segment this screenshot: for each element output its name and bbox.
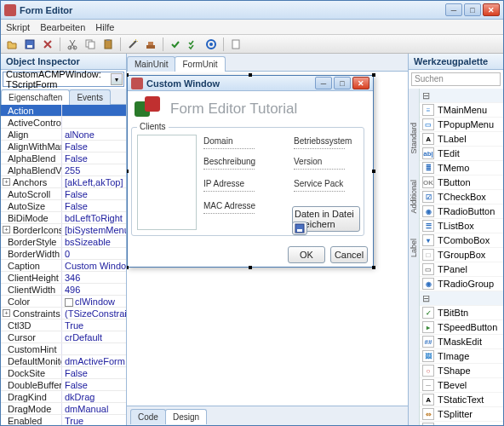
palette-item[interactable]: ◉TRadioButton: [420, 204, 503, 219]
property-row[interactable]: AlphaBlendValue255: [1, 164, 126, 176]
property-value[interactable]: 0: [62, 248, 126, 259]
property-row[interactable]: ColorclWindow: [1, 296, 126, 308]
custom-window-form[interactable]: Custom Window ─ □ ✕ Form Editor Tutorial: [127, 75, 374, 268]
property-row[interactable]: CustomHint: [1, 343, 126, 355]
property-value[interactable]: [biSystemMenu,b...: [62, 224, 126, 235]
property-value[interactable]: 496: [62, 284, 126, 295]
palette-item[interactable]: ##TMaskEdit: [420, 335, 503, 349]
collapse-icon[interactable]: ⊟: [422, 293, 431, 304]
clients-listbox[interactable]: [137, 135, 197, 230]
property-value[interactable]: bsSizeable: [62, 236, 126, 247]
run-icon[interactable]: [203, 37, 219, 52]
paste-icon[interactable]: [100, 37, 116, 52]
property-row[interactable]: AlignalNone: [1, 129, 126, 141]
property-row[interactable]: BorderWidth0: [1, 248, 126, 260]
palette-item[interactable]: ☑TCheckBox: [420, 190, 503, 204]
property-row[interactable]: AlphaBlendFalse: [1, 153, 126, 164]
palette-item[interactable]: ≣TMemo: [420, 161, 503, 176]
palette-item[interactable]: ATLabel: [420, 132, 503, 147]
tab-eigenschaften[interactable]: Eigenschaften: [1, 89, 70, 105]
size-handle[interactable]: [127, 73, 129, 77]
tab-formunit[interactable]: FormUnit: [175, 56, 225, 72]
property-value[interactable]: [62, 105, 126, 116]
palette-item[interactable]: OKTButton: [420, 176, 503, 190]
property-row[interactable]: DefaultMonitordmActiveForm: [1, 355, 126, 367]
property-row[interactable]: BiDiModebdLeftToRight: [1, 212, 126, 224]
menu-skript[interactable]: Skript: [6, 22, 30, 32]
property-row[interactable]: +Constraints(TSizeConstraints): [1, 308, 126, 320]
palette-item[interactable]: ≡TMainMenu: [420, 103, 503, 118]
palette-group[interactable]: ⊟: [420, 89, 503, 103]
expand-icon[interactable]: +: [3, 309, 10, 317]
property-value[interactable]: [62, 117, 126, 128]
search-input[interactable]: Suchen: [411, 72, 501, 86]
property-row[interactable]: DockSiteFalse: [1, 367, 126, 379]
build-icon[interactable]: [143, 37, 158, 52]
property-value[interactable]: crDefault: [62, 331, 126, 343]
size-handle[interactable]: [249, 266, 252, 269]
property-row[interactable]: Ctl3DTrue: [1, 320, 126, 331]
property-value[interactable]: False: [62, 379, 126, 390]
palette-item[interactable]: ✓TBitBtn: [420, 306, 503, 320]
maximize-button[interactable]: □: [464, 3, 481, 16]
property-row[interactable]: BorderStylebsSizeable: [1, 236, 126, 248]
title-bar[interactable]: Form Editor ─ □ ✕: [1, 1, 503, 20]
cancel-button[interactable]: Cancel: [330, 246, 368, 263]
chevron-down-icon[interactable]: ▾: [111, 73, 123, 85]
property-row[interactable]: CursorcrDefault: [1, 331, 126, 343]
size-handle[interactable]: [372, 73, 375, 77]
property-row[interactable]: AutoScrollFalse: [1, 188, 126, 200]
palette-item[interactable]: ▭TPopupMenu: [420, 118, 503, 132]
property-row[interactable]: DoubleBufferedFalse: [1, 379, 126, 391]
tab-code[interactable]: Code: [130, 409, 166, 424]
property-grid[interactable]: ActionActiveControlAlignalNoneAlignWithM…: [1, 105, 126, 425]
tab-mainunit[interactable]: MainUnit: [127, 56, 175, 72]
palette-item[interactable]: ─TBevel: [420, 378, 503, 393]
clients-groupbox[interactable]: Clients Domain Beschreibung IP Adresse M…: [131, 127, 364, 236]
property-value[interactable]: alNone: [62, 129, 126, 140]
property-value[interactable]: 255: [62, 164, 126, 176]
minimize-button[interactable]: ─: [445, 3, 462, 16]
property-value[interactable]: True: [62, 320, 126, 331]
component-combo[interactable]: CustomACMPWindow: TScriptForm ▾: [3, 72, 124, 87]
property-value[interactable]: [62, 343, 126, 354]
property-row[interactable]: EnabledTrue: [1, 415, 126, 425]
property-row[interactable]: ClientWidth496: [1, 284, 126, 296]
size-handle[interactable]: [249, 73, 252, 77]
palette-item[interactable]: 🖼TImage: [420, 349, 503, 364]
palette-item[interactable]: ▭TPanel: [420, 262, 503, 277]
palette-item[interactable]: ▾TComboBox: [420, 233, 503, 248]
size-handle[interactable]: [127, 266, 129, 269]
menu-bearbeiten[interactable]: Bearbeiten: [40, 22, 85, 32]
palette-item[interactable]: ◉TRadioGroup: [420, 277, 503, 291]
copy-icon[interactable]: [83, 37, 98, 52]
property-value[interactable]: clWindow: [62, 296, 126, 307]
palette-item[interactable]: □TGroupBox: [420, 248, 503, 262]
property-value[interactable]: False: [62, 188, 126, 199]
open-icon[interactable]: [4, 37, 20, 52]
size-handle[interactable]: [127, 170, 129, 173]
check-icon[interactable]: [168, 37, 183, 52]
tab-events[interactable]: Events: [69, 89, 111, 105]
property-value[interactable]: True: [62, 415, 126, 425]
expand-icon[interactable]: +: [3, 226, 10, 233]
palette-group[interactable]: ⊟: [420, 291, 503, 306]
property-value[interactable]: Custom Window: [62, 260, 126, 271]
property-row[interactable]: +BorderIcons[biSystemMenu,b...: [1, 224, 126, 236]
checkall-icon[interactable]: [186, 37, 201, 52]
menu-hilfe[interactable]: Hilfe: [95, 22, 114, 32]
form-min-button[interactable]: ─: [315, 77, 332, 89]
delete-icon[interactable]: [40, 37, 55, 52]
palette-item[interactable]: ab|TEdit: [420, 147, 503, 161]
property-value[interactable]: [akLeft,akTop]: [62, 176, 126, 187]
form-max-button[interactable]: □: [334, 77, 351, 89]
size-handle[interactable]: [372, 170, 375, 173]
property-row[interactable]: AutoSizeFalse: [1, 200, 126, 212]
property-value[interactable]: False: [62, 367, 126, 378]
property-row[interactable]: AlignWithMarginsFalse: [1, 141, 126, 153]
property-row[interactable]: Action: [1, 105, 126, 117]
property-value[interactable]: dmActiveForm: [62, 355, 126, 366]
property-row[interactable]: ActiveControl: [1, 117, 126, 129]
property-value[interactable]: False: [62, 200, 126, 211]
wand-icon[interactable]: [125, 37, 140, 52]
